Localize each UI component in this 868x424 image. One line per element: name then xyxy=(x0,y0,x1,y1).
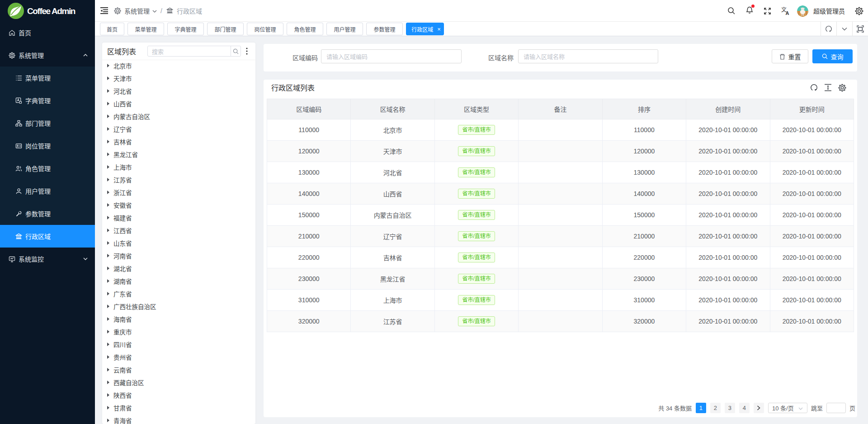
svg-text:A: A xyxy=(786,10,789,15)
